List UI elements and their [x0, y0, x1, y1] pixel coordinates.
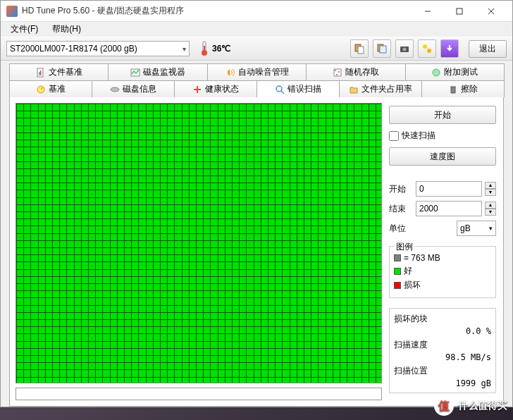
options-icon [421, 43, 433, 54]
watermark-text: 什么值得买 [458, 400, 507, 412]
block-swatch [394, 254, 401, 261]
svg-point-13 [423, 44, 427, 49]
speedmap-button[interactable]: 速度图 [389, 147, 496, 166]
tab-row-1: 文件基准 磁盘监视器 自动噪音管理 随机存取 附加测试 [9, 63, 504, 80]
error-scan-icon [275, 85, 285, 94]
tab-health[interactable]: 健康状态 [174, 80, 257, 97]
health-icon [192, 85, 202, 94]
svg-rect-10 [380, 46, 386, 53]
tab-aam[interactable]: 自动噪音管理 [207, 63, 307, 80]
tab-benchmark[interactable]: 基准 [9, 80, 92, 97]
copy-screenshot-button[interactable] [373, 39, 391, 58]
block-map-grid [16, 103, 382, 383]
maximize-button[interactable] [443, 1, 475, 22]
drive-select[interactable]: ST2000LM007-1R8174 (2000 gB) ▾ [6, 41, 190, 56]
file-benchmark-icon [36, 68, 46, 78]
tab-disk-monitor[interactable]: 磁盘监视器 [108, 63, 207, 80]
minimize-button[interactable] [412, 1, 443, 22]
end-input[interactable]: 2000 [416, 201, 482, 216]
download-icon [445, 44, 455, 54]
scan-speed-value: 98.5 MB/s [394, 352, 491, 362]
options-button[interactable] [418, 39, 436, 58]
legend-damaged: 损坏 [394, 279, 491, 291]
legend-block-size: = 763 MB [394, 253, 491, 263]
tab-error-scan[interactable]: 错误扫描 [256, 80, 340, 97]
svg-point-22 [336, 74, 338, 75]
scan-speed-label: 扫描速度 [394, 339, 491, 351]
spinner-up-icon[interactable]: ▲ [485, 202, 496, 209]
damaged-swatch [394, 282, 401, 289]
maximize-icon [456, 8, 463, 15]
spinner-up-icon[interactable]: ▲ [485, 182, 496, 189]
start-spinner[interactable]: ▲▼ [485, 182, 496, 196]
end-field-row: 结束 2000 ▲▼ [389, 201, 496, 216]
legend-ok: 好 [394, 265, 491, 277]
tab-row-2: 基准 磁盘信息 健康状态 错误扫描 文件夹占用率 擦除 [9, 80, 504, 97]
unit-label: 单位 [389, 223, 413, 235]
tab-extra-tests[interactable]: 附加测试 [405, 63, 505, 80]
svg-rect-17 [40, 70, 42, 75]
svg-rect-8 [358, 47, 364, 54]
save-button[interactable] [440, 39, 459, 58]
svg-point-26 [111, 87, 119, 92]
watermark-badge: 值 [434, 396, 454, 416]
quick-scan-checkbox[interactable] [389, 131, 399, 141]
error-scan-panel: 开始 快速扫描 速度图 开始 0 ▲▼ 结束 2000 ▲▼ [9, 97, 504, 407]
spinner-down-icon[interactable]: ▼ [485, 209, 496, 216]
temperature-value: 36℃ [212, 44, 230, 54]
app-window: HD Tune Pro 5.60 - 硬盘/固态硬盘实用程序 文件(F) 帮助(… [0, 0, 513, 407]
damaged-blocks-label: 损坏的块 [394, 313, 491, 325]
copy-info-icon [354, 43, 365, 54]
copy-info-button[interactable] [350, 39, 369, 58]
scan-position-label: 扫描位置 [394, 365, 491, 377]
benchmark-icon [36, 85, 46, 94]
svg-point-12 [403, 48, 407, 51]
scan-grid-area [16, 103, 382, 400]
scan-position-value: 1999 gB [394, 378, 491, 388]
watermark: 值 什么值得买 [434, 396, 507, 416]
menu-help[interactable]: 帮助(H) [47, 22, 87, 37]
ok-swatch [394, 268, 401, 275]
exit-button[interactable]: 退出 [469, 40, 507, 58]
temperature-display: 36℃ [199, 40, 230, 57]
menubar: 文件(F) 帮助(H) [1, 22, 512, 37]
disk-monitor-icon [130, 68, 140, 78]
tab-disk-info[interactable]: 磁盘信息 [92, 80, 175, 97]
tab-random-access[interactable]: 随机存取 [306, 63, 405, 80]
tab-folder-usage[interactable]: 文件夹占用率 [339, 80, 422, 97]
legend-title: 图例 [394, 241, 415, 253]
start-input[interactable]: 0 [416, 181, 482, 197]
scan-progress-bar [16, 388, 382, 400]
aam-icon [225, 68, 235, 78]
svg-rect-6 [204, 46, 205, 53]
tab-file-benchmark[interactable]: 文件基准 [9, 63, 109, 80]
unit-select[interactable]: gB ▾ [457, 221, 496, 236]
svg-point-21 [338, 71, 340, 73]
end-spinner[interactable]: ▲▼ [485, 202, 496, 216]
chevron-down-icon: ▾ [489, 225, 493, 232]
folder-usage-icon [349, 85, 359, 94]
menu-file[interactable]: 文件(F) [5, 22, 44, 37]
start-scan-button[interactable]: 开始 [389, 106, 496, 124]
end-label: 结束 [389, 203, 413, 215]
stats-group: 损坏的块 0.0 % 扫描速度 98.5 MB/s 扫描位置 1999 gB [389, 308, 496, 393]
random-access-icon [333, 68, 342, 78]
app-icon [6, 6, 18, 17]
quick-scan-checkbox-row[interactable]: 快速扫描 [389, 130, 496, 142]
screenshot-button[interactable] [395, 39, 414, 58]
window-title: HD Tune Pro 5.60 - 硬盘/固态硬盘实用程序 [22, 5, 412, 17]
tab-area: 文件基准 磁盘监视器 自动噪音管理 随机存取 附加测试 基准 磁盘信息 健康状态… [1, 61, 512, 407]
drive-select-value: ST2000LM007-1R8174 (2000 gB) [10, 44, 137, 54]
camera-icon [399, 43, 410, 54]
disk-info-icon [110, 85, 120, 94]
tab-erase[interactable]: 擦除 [421, 80, 505, 97]
svg-line-28 [281, 91, 284, 94]
titlebar: HD Tune Pro 5.60 - 硬盘/固态硬盘实用程序 [1, 1, 512, 22]
spinner-down-icon[interactable]: ▼ [485, 189, 496, 196]
erase-icon [448, 85, 458, 94]
thermometer-icon [199, 40, 209, 57]
start-field-row: 开始 0 ▲▼ [389, 181, 496, 197]
close-button[interactable] [475, 1, 507, 22]
copy-screenshot-icon [376, 43, 388, 54]
toolbar: ST2000LM007-1R8174 (2000 gB) ▾ 36℃ 退出 [1, 37, 512, 61]
